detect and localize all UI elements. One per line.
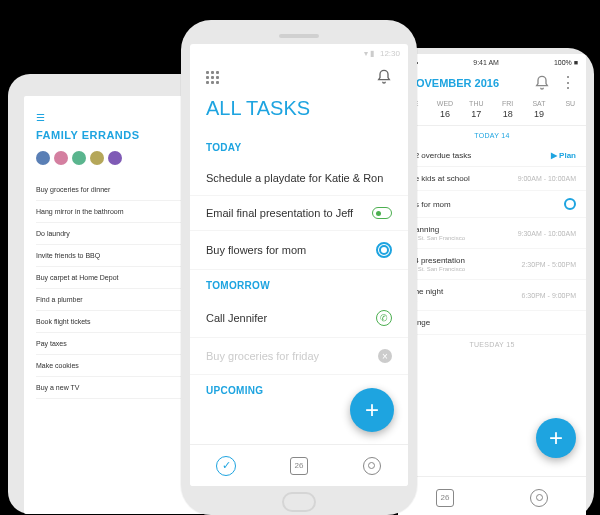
menu-grid-icon[interactable] bbox=[206, 71, 219, 84]
page-title: ALL TASKS bbox=[190, 95, 408, 132]
task-row[interactable]: Buy groceries for friday× bbox=[190, 338, 408, 375]
event-row[interactable]: nange bbox=[398, 311, 586, 335]
avatar[interactable] bbox=[54, 151, 68, 165]
event-row[interactable]: ers for mom bbox=[398, 191, 586, 218]
overdue-row[interactable]: e 2 overdue tasks ▶ Plan bbox=[398, 145, 586, 167]
avatar[interactable] bbox=[36, 151, 50, 165]
calendar-title[interactable]: NOVEMBER 2016 bbox=[408, 77, 499, 89]
bottom-nav: 26 bbox=[398, 476, 586, 515]
status-bar: ••••• 9:41 AM 100% ■ bbox=[398, 54, 586, 69]
section-tomorrow: TOMORROW bbox=[190, 270, 408, 299]
moment-icon bbox=[376, 242, 392, 258]
phone-center-screen: ▾ ▮ 12:30 ALL TASKS TODAY Schedule a pla… bbox=[190, 44, 408, 486]
speaker bbox=[279, 34, 319, 38]
reminder-icon bbox=[372, 207, 392, 219]
section-today: TODAY bbox=[190, 132, 408, 161]
phone-right-screen: ••••• 9:41 AM 100% ■ NOVEMBER 2016 ⋮ UE5… bbox=[398, 54, 586, 515]
status-bar: ▾ ▮ 12:30 bbox=[190, 44, 408, 63]
avatar[interactable] bbox=[108, 151, 122, 165]
day-cell[interactable]: SU bbox=[558, 100, 582, 119]
task-row[interactable]: Email final presentation to Jeff bbox=[190, 196, 408, 231]
task-row[interactable]: Schedule a playdate for Katie & Ron bbox=[190, 161, 408, 196]
weekday-row[interactable]: UE5WED16THU17FRI18SAT19SU bbox=[398, 100, 586, 126]
wifi-icon: ▾ ▮ bbox=[364, 49, 374, 58]
add-button[interactable]: + bbox=[350, 388, 394, 432]
day-cell[interactable]: FRI18 bbox=[496, 100, 520, 119]
phone-center-device: ▾ ▮ 12:30 ALL TASKS TODAY Schedule a pla… bbox=[181, 20, 417, 515]
event-row[interactable]: Q4 presentationain St. San Francisco2:30… bbox=[398, 249, 586, 280]
status-time: 12:30 bbox=[380, 49, 400, 58]
status-time: 9:41 AM bbox=[473, 59, 499, 66]
overdue-text: e 2 overdue tasks bbox=[408, 151, 471, 160]
event-row[interactable]: Planningain St. San Francisco9:30AM - 10… bbox=[398, 218, 586, 249]
day-cell[interactable]: THU17 bbox=[464, 100, 488, 119]
bell-icon[interactable] bbox=[376, 69, 392, 85]
today-label: TODAY 14 bbox=[398, 126, 586, 145]
add-button[interactable]: + bbox=[536, 418, 576, 458]
avatar[interactable] bbox=[90, 151, 104, 165]
bottom-nav: ✓ 26 bbox=[190, 444, 408, 486]
nav-tasks-icon[interactable]: ✓ bbox=[216, 456, 236, 476]
more-icon[interactable]: ⋮ bbox=[560, 73, 576, 92]
tuesday-label: TUESDAY 15 bbox=[398, 335, 586, 354]
clear-icon[interactable]: × bbox=[378, 349, 392, 363]
task-row[interactable]: Buy flowers for mom bbox=[190, 231, 408, 270]
home-button[interactable] bbox=[282, 492, 316, 512]
event-row[interactable]: ame nightock6:30PM - 9:00PM bbox=[398, 280, 586, 311]
phone-icon: ✆ bbox=[376, 310, 392, 326]
avatar[interactable] bbox=[72, 151, 86, 165]
plan-button[interactable]: ▶ Plan bbox=[551, 151, 576, 160]
moment-icon bbox=[564, 198, 576, 210]
nav-moments-icon[interactable] bbox=[362, 456, 382, 476]
battery-pct: 100% bbox=[554, 59, 572, 66]
nav-calendar-icon[interactable]: 26 bbox=[289, 456, 309, 476]
day-cell[interactable]: WED16 bbox=[433, 100, 457, 119]
event-row[interactable]: the kids at school9:00AM - 10:00AM bbox=[398, 167, 586, 191]
phone-right-device: ••••• 9:41 AM 100% ■ NOVEMBER 2016 ⋮ UE5… bbox=[390, 48, 594, 515]
nav-calendar-icon[interactable]: 26 bbox=[435, 488, 455, 508]
nav-moments-icon[interactable] bbox=[529, 488, 549, 508]
bell-icon[interactable] bbox=[534, 75, 550, 91]
task-row[interactable]: Call Jennifer✆ bbox=[190, 299, 408, 338]
day-cell[interactable]: SAT19 bbox=[527, 100, 551, 119]
